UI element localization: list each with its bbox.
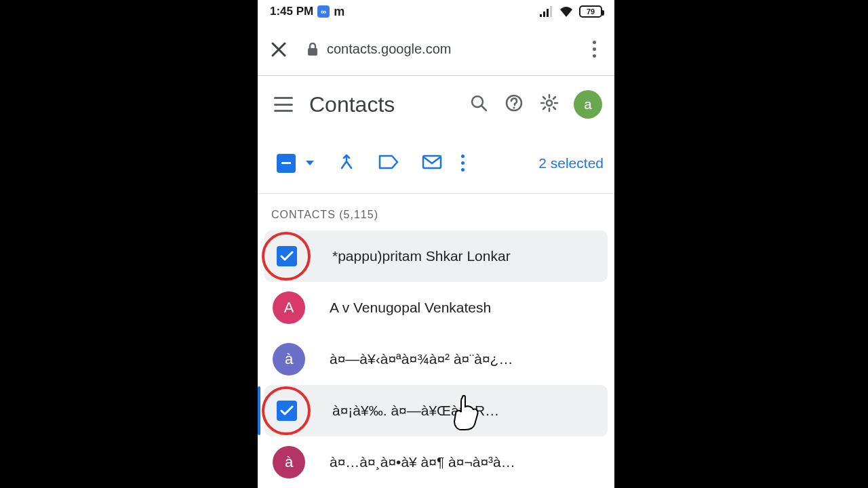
gear-icon[interactable] [540,94,559,115]
wifi-icon [559,6,574,17]
app-m-icon: m [334,5,344,19]
contact-avatar[interactable]: à [273,343,305,375]
app-header: Contacts a [258,76,614,133]
selection-toolbar: 2 selected [258,133,614,194]
contact-row[interactable]: *pappu)pritam Shkar Lonkar [264,230,608,282]
email-icon[interactable] [422,154,442,173]
menu-icon[interactable] [274,97,293,112]
contact-row[interactable]: à à¤…à¤¸à¤•à¥ à¤¶ à¤¬à¤³à… [258,436,614,488]
contacts-section-label: CONTACTS (5,115) [258,194,614,230]
label-icon[interactable] [378,154,399,173]
contact-name: *pappu)pritam Shkar Lonkar [332,248,604,264]
clock: 1:45 PM [270,5,313,18]
contact-name: A v Venugopal Venkatesh [330,300,604,316]
lock-icon [307,43,319,56]
app-badge-icon: ∞ [317,5,330,18]
cell-signal-icon [540,6,553,17]
more-actions-icon[interactable] [461,155,465,171]
contact-row[interactable]: à à¤—à¥‹à¤ªà¤¾à¤² à¤¨à¤¿… [258,333,614,385]
status-bar: 1:45 PM ∞ m 79 [258,0,614,23]
selection-count: 2 selected [538,155,604,171]
browser-bar: contacts.google.com [258,23,614,76]
phone-frame: 1:45 PM ∞ m 79 contacts.google.com [258,0,614,488]
contact-name: à¤…à¤¸à¤•à¥ à¤¶ à¤¬à¤³à… [330,454,604,470]
svg-rect-3 [550,6,552,17]
row-checkbox[interactable] [277,246,297,266]
account-avatar[interactable]: a [574,90,602,119]
svg-rect-1 [543,12,545,17]
battery-icon: 79 [579,5,602,18]
browser-menu-icon[interactable] [586,41,602,58]
row-checkbox[interactable] [277,401,297,421]
help-icon[interactable] [505,94,524,115]
select-dropdown-icon[interactable] [305,157,315,169]
svg-point-8 [547,100,552,106]
contact-name: à¤¡à¥‰. à¤—à¥Œà¤ R… [332,403,604,419]
url-text[interactable]: contacts.google.com [327,41,451,57]
select-all-checkbox[interactable] [277,154,296,173]
contact-name: à¤—à¥‹à¤ªà¤¾à¤² à¤¨à¤¿… [330,351,604,367]
search-icon[interactable] [469,94,488,115]
merge-icon[interactable] [338,153,355,174]
contact-avatar[interactable]: A [273,291,305,324]
page-title: Contacts [309,92,453,117]
svg-rect-0 [540,14,542,17]
contact-row[interactable]: à¤¡à¥‰. à¤—à¥Œà¤ R… [264,385,608,436]
svg-rect-4 [308,48,317,56]
svg-point-7 [513,107,515,109]
svg-rect-2 [547,9,549,17]
contact-row[interactable]: A A v Venugopal Venkatesh [258,282,614,333]
close-icon[interactable] [270,41,288,58]
contact-avatar[interactable]: à [273,446,305,479]
